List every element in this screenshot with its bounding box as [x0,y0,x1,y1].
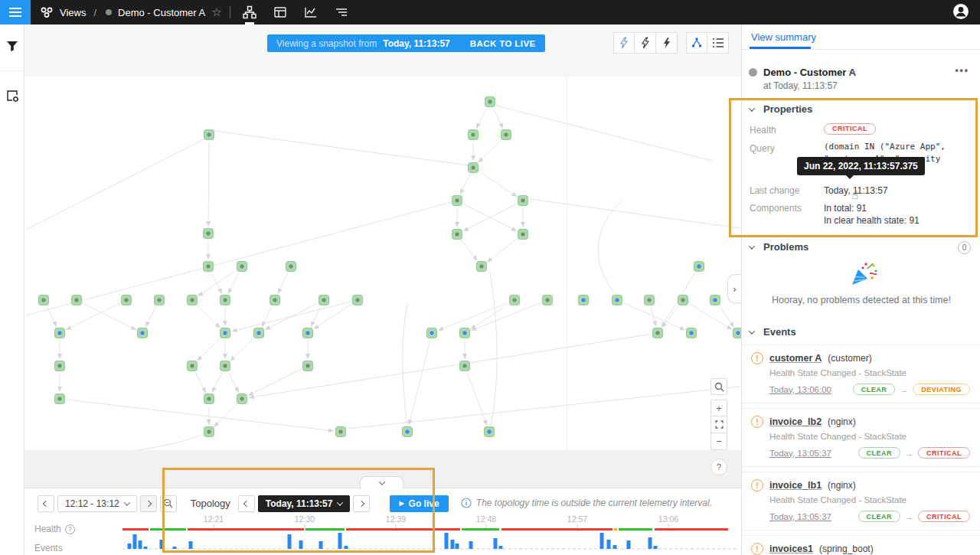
topology-node[interactable] [353,295,363,305]
sidebar-expander-button[interactable]: › [727,274,741,303]
topology-node[interactable] [501,130,511,140]
breadcrumb-views[interactable]: Views [60,7,86,18]
topology-node[interactable] [204,262,214,272]
topology-node[interactable] [452,230,462,240]
lightning-outline-blue-button[interactable] [613,32,635,54]
topology-time-prev-button[interactable] [238,495,255,512]
topology-node[interactable] [336,427,346,437]
topology-node[interactable] [204,427,214,437]
topology-node[interactable] [485,427,495,437]
topology-node[interactable] [237,394,247,404]
topology-node[interactable] [204,394,214,404]
event-component-link[interactable]: customer A [769,353,822,364]
topology-node[interactable] [319,295,329,305]
lightning-filled-button[interactable] [656,32,678,54]
topology-node[interactable] [452,196,462,206]
topology-node[interactable] [460,361,470,371]
event-component-link[interactable]: invoice_lb2 [769,416,822,427]
topology-node[interactable] [138,328,148,338]
favorite-star-icon[interactable]: ☆ [847,65,857,79]
properties-section-header[interactable]: Properties [750,103,812,115]
back-to-live-button[interactable]: BACK TO LIVE [470,39,536,48]
filter-button[interactable] [0,31,24,61]
topology-node[interactable] [204,130,214,140]
snapshot-banner[interactable]: Viewing a snapshot from Today, 11:13:57 … [267,34,545,52]
timeline-zoom-out-button[interactable] [160,495,177,512]
topology-node[interactable] [188,361,198,371]
topology-node[interactable] [678,295,688,305]
view-settings-button[interactable] [0,80,24,111]
topology-node[interactable] [579,295,589,305]
topology-node[interactable] [645,295,655,305]
event-time-link[interactable]: Today, 13:05:37 [769,449,831,458]
event-component-link[interactable]: invoice_lb1 [769,480,822,491]
topology-node[interactable] [477,262,487,272]
more-menu-button[interactable]: ••• [955,65,969,76]
topology-node[interactable] [469,130,479,140]
topology-node[interactable] [427,328,437,338]
events-section-header[interactable]: Events [750,326,796,338]
topology-node[interactable] [39,295,49,305]
topology-node[interactable] [303,328,313,338]
topology-node[interactable] [469,163,479,173]
topology-node[interactable] [188,295,198,305]
lightning-outline-button[interactable] [635,32,656,54]
tab-view-summary[interactable]: View summary [751,31,816,43]
event-component-link[interactable]: invoices1 [769,544,813,554]
problems-section-header[interactable]: Problems [750,241,808,253]
event-time-link[interactable]: Today, 13:05:37 [769,512,831,521]
telemetry-perspective-button[interactable] [301,0,321,24]
topology-time-next-button[interactable] [353,495,370,512]
topology-node[interactable] [303,361,313,371]
topology-node[interactable] [710,295,720,305]
zoom-out-button[interactable]: − [710,433,727,450]
fit-to-screen-button[interactable] [710,416,727,433]
go-live-button[interactable]: ▶ Go live [390,495,448,512]
timeline-collapse-tab[interactable] [360,476,403,488]
account-avatar-button[interactable] [952,3,969,22]
event-time-link[interactable]: Today, 13:06:00 [769,385,831,394]
topology-node[interactable] [460,328,470,338]
hamburger-menu-button[interactable] [0,0,31,24]
topology-node[interactable] [72,295,82,305]
event-list-item[interactable]: ! invoices1 (spring_boot) Health State C… [742,535,980,555]
topology-node[interactable] [55,361,65,371]
topology-node[interactable] [653,328,663,338]
topology-node[interactable] [55,328,65,338]
topology-node[interactable] [220,361,230,371]
topology-node[interactable] [204,229,214,239]
topology-time-dropdown[interactable]: Today, 11:13:57 [258,495,351,512]
topology-node[interactable] [270,295,280,305]
topology-node[interactable] [237,262,247,272]
topology-node[interactable] [612,295,622,305]
topology-node[interactable] [518,230,528,240]
telemetry-prev-button[interactable] [38,495,54,512]
topology-node[interactable] [510,295,520,305]
topology-perspective-button[interactable] [240,0,260,24]
topology-node[interactable] [518,196,528,206]
topology-node[interactable] [687,328,697,338]
topology-node[interactable] [254,328,264,338]
favorite-star-icon[interactable]: ☆ [211,5,221,19]
event-list-item[interactable]: ! customer A (customer) Health State Cha… [742,344,980,403]
topology-node[interactable] [543,295,553,305]
topology-node[interactable] [733,328,742,338]
topology-node[interactable] [694,262,704,272]
event-list-item[interactable]: ! invoice_lb2 (nginx) Health State Chang… [742,408,980,467]
table-perspective-button[interactable] [270,0,290,24]
topology-node[interactable] [55,394,65,404]
health-help-icon[interactable]: ? [65,524,75,534]
topology-node[interactable] [220,328,230,338]
topology-node[interactable] [286,262,296,272]
help-button[interactable]: ? [710,459,727,475]
telemetry-interval-dropdown[interactable]: 12:12 - 13:12 [57,495,137,512]
event-list-item[interactable]: ! invoice_lb1 (nginx) Health State Chang… [742,472,980,531]
topology-node[interactable] [220,295,230,305]
events-perspective-button[interactable] [332,0,351,24]
search-components-button[interactable] [710,378,727,395]
telemetry-next-button[interactable] [140,495,157,512]
topology-node[interactable] [485,97,495,107]
zoom-in-button[interactable]: + [710,400,727,416]
list-view-button[interactable] [707,32,729,54]
topology-node[interactable] [403,427,413,437]
